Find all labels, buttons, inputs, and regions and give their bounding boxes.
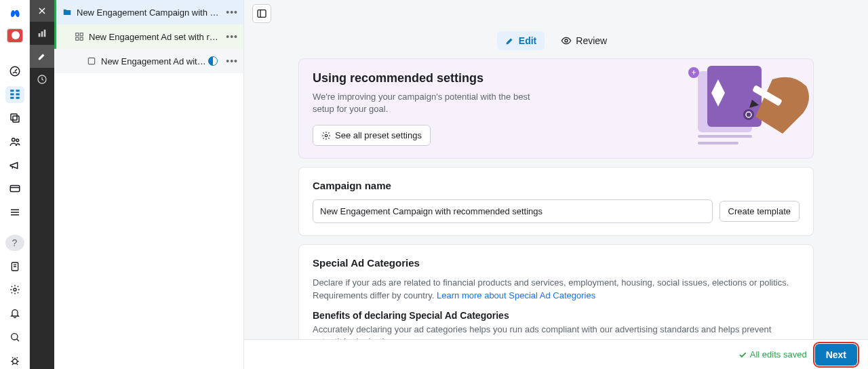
nav-audience-icon[interactable] <box>5 134 24 151</box>
nav-search-icon[interactable] <box>5 329 24 346</box>
svg-rect-23 <box>80 37 83 40</box>
eye-icon <box>561 35 572 46</box>
svg-text:+: + <box>691 68 696 77</box>
svg-rect-22 <box>76 37 79 40</box>
history-icon[interactable] <box>30 68 54 91</box>
tree-campaign-label: New Engagement Campaign with reco… <box>77 7 220 18</box>
folder-icon <box>62 7 73 18</box>
tab-review[interactable]: Review <box>553 31 615 50</box>
edit-icon[interactable] <box>30 45 54 68</box>
special-title: Special Ad Categories <box>313 257 800 269</box>
see-presets-label: See all preset settings <box>335 130 422 140</box>
close-button[interactable] <box>30 0 54 22</box>
nav-grid-icon[interactable] <box>5 86 24 103</box>
gear-icon <box>321 131 331 140</box>
status-half-icon <box>208 56 218 66</box>
svg-point-10 <box>16 139 18 142</box>
tree-adset-row[interactable]: New Engagement Ad set with reco… ••• <box>54 24 243 49</box>
tree-row-menu-icon[interactable]: ••• <box>220 56 243 66</box>
editor-sidebar <box>30 0 54 369</box>
panel-toggle-button[interactable] <box>252 4 271 23</box>
svg-point-31 <box>743 109 754 120</box>
svg-point-15 <box>12 359 17 364</box>
svg-point-13 <box>14 288 16 291</box>
tree-row-menu-icon[interactable]: ••• <box>220 7 243 18</box>
tree-row-menu-icon[interactable]: ••• <box>220 31 243 42</box>
nav-docs-icon[interactable] <box>5 258 24 275</box>
chart-icon[interactable] <box>30 22 54 45</box>
nav-settings-icon[interactable] <box>5 281 24 298</box>
svg-rect-33 <box>698 135 752 138</box>
structure-tree: New Engagement Campaign with reco… ••• N… <box>54 0 244 369</box>
svg-point-26 <box>565 39 568 42</box>
svg-rect-24 <box>88 58 94 64</box>
editor-tabs: Edit Review <box>244 27 868 58</box>
svg-rect-34 <box>698 142 738 144</box>
main-content: Edit Review Using recommended settings W… <box>244 0 868 369</box>
svg-rect-2 <box>16 90 19 92</box>
tab-review-label: Review <box>576 35 607 46</box>
nav-bug-icon[interactable] <box>5 352 24 369</box>
campaign-name-card: Campaign name Create template <box>298 167 814 236</box>
meta-logo[interactable] <box>7 5 23 22</box>
adset-icon <box>74 31 85 42</box>
special-body: Declare if your ads are related to finan… <box>313 277 800 301</box>
nav-billing-icon[interactable] <box>5 180 24 197</box>
svg-point-9 <box>12 138 15 142</box>
editor-footer: All edits saved Next <box>244 339 868 369</box>
tree-adset-label: New Engagement Ad set with reco… <box>89 32 220 42</box>
campaign-name-title: Campaign name <box>313 180 800 191</box>
special-learn-link[interactable]: Learn more about Special Ad Categories <box>437 290 595 300</box>
create-template-button[interactable]: Create template <box>719 201 800 222</box>
benefits-title: Benefits of declaring Special Ad Categor… <box>313 310 800 321</box>
svg-rect-6 <box>16 97 19 99</box>
save-status: All edits saved <box>738 349 807 360</box>
svg-rect-21 <box>80 33 83 36</box>
account-avatar[interactable] <box>7 28 23 43</box>
pencil-icon <box>505 36 515 45</box>
nav-menu-icon[interactable] <box>5 204 24 221</box>
tree-ad-row[interactable]: New Engagement Ad with rec… ••• <box>54 49 243 73</box>
svg-rect-25 <box>258 10 266 18</box>
svg-rect-17 <box>41 31 43 37</box>
svg-point-14 <box>11 334 17 340</box>
svg-rect-20 <box>76 33 79 36</box>
nav-copy-icon[interactable] <box>5 110 24 127</box>
help-icon[interactable]: ? <box>5 235 24 252</box>
promo-illustration: + <box>684 59 813 149</box>
nav-megaphone-icon[interactable] <box>5 157 24 174</box>
ad-icon <box>86 56 97 66</box>
global-nav-sidebar: ? <box>0 0 30 369</box>
tab-edit-label: Edit <box>519 35 536 46</box>
svg-rect-11 <box>10 186 20 192</box>
svg-rect-7 <box>13 116 19 122</box>
svg-rect-1 <box>10 90 14 92</box>
promo-body: We're improving your campaign's potentia… <box>313 91 550 115</box>
svg-point-27 <box>325 134 328 137</box>
check-icon <box>738 350 747 360</box>
svg-rect-16 <box>39 33 41 37</box>
svg-rect-4 <box>16 94 19 96</box>
svg-rect-8 <box>11 114 17 120</box>
tab-edit[interactable]: Edit <box>497 31 545 50</box>
svg-rect-18 <box>44 30 46 37</box>
campaign-name-input[interactable] <box>313 199 713 223</box>
tree-ad-label: New Engagement Ad with rec… <box>101 56 208 66</box>
promo-card: Using recommended settings We're improvi… <box>298 58 814 159</box>
next-button[interactable]: Next <box>815 344 857 366</box>
svg-rect-3 <box>10 94 14 96</box>
svg-rect-5 <box>10 97 14 99</box>
see-presets-button[interactable]: See all preset settings <box>313 125 431 146</box>
nav-gauge-icon[interactable] <box>5 62 24 79</box>
tree-campaign-row[interactable]: New Engagement Campaign with reco… ••• <box>54 0 243 24</box>
nav-bell-icon[interactable] <box>5 305 24 322</box>
